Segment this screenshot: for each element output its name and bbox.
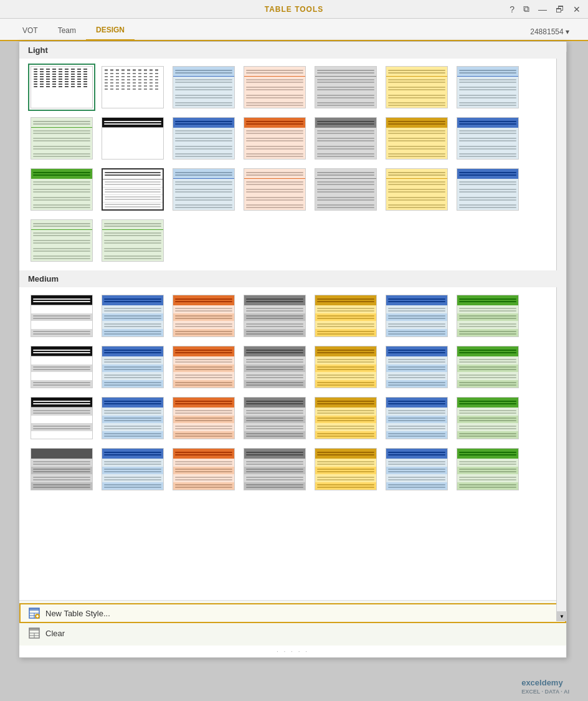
table-style-m12[interactable]: [312, 343, 379, 391]
minimize-icon[interactable]: —: [536, 4, 549, 14]
table-style-m20[interactable]: [383, 394, 450, 442]
table-style-m11[interactable]: [241, 343, 308, 391]
table-style-m19[interactable]: [312, 394, 379, 442]
table-style-m25[interactable]: [241, 446, 308, 493]
table-style-m17[interactable]: [170, 394, 237, 442]
table-style-m15[interactable]: [28, 394, 95, 442]
table-style-l13[interactable]: [383, 115, 450, 162]
table-style-l14[interactable]: [454, 115, 521, 162]
table-style-m7[interactable]: [454, 292, 521, 340]
table-tools-label: TABLE TOOLS: [265, 5, 324, 14]
table-style-m24[interactable]: [170, 446, 237, 493]
medium-section-label: Medium: [19, 270, 566, 287]
table-style-l11[interactable]: [241, 115, 308, 162]
table-style-m5[interactable]: [312, 292, 379, 340]
clear-button[interactable]: Clear: [19, 623, 566, 643]
table-style-l15[interactable]: [28, 166, 95, 213]
table-style-m10[interactable]: [170, 343, 237, 391]
table-style-l20[interactable]: [383, 166, 450, 213]
table-style-l4[interactable]: [241, 64, 308, 111]
light-section-label: Light: [19, 42, 566, 59]
table-style-l1-selected[interactable]: [28, 64, 95, 111]
window-controls[interactable]: ? ⧉ — 🗗 ✕: [507, 4, 583, 14]
table-style-l21[interactable]: [454, 166, 521, 213]
table-style-l6[interactable]: [383, 64, 450, 111]
table-style-l16[interactable]: [99, 166, 166, 213]
table-style-m2[interactable]: [99, 292, 166, 340]
maximize-icon[interactable]: 🗗: [553, 4, 567, 14]
table-style-l23[interactable]: [99, 217, 166, 264]
panel-content: Light Medium: [19, 42, 566, 600]
table-style-l5[interactable]: [312, 64, 379, 111]
light-styles-grid: [28, 64, 557, 264]
new-table-style-button[interactable]: New Table Style...: [19, 603, 566, 623]
table-style-l12[interactable]: [312, 115, 379, 162]
table-style-m8[interactable]: [28, 343, 95, 391]
table-style-m23[interactable]: [99, 446, 166, 493]
ribbon-tab-bar: VOT Team DESIGN 24881554 ▾: [0, 19, 588, 41]
medium-styles-grid: [28, 292, 557, 493]
clear-label: Clear: [45, 629, 65, 638]
table-style-l2[interactable]: [99, 64, 166, 111]
table-style-l22[interactable]: [28, 217, 95, 264]
table-style-l17[interactable]: [170, 166, 237, 213]
table-style-l10[interactable]: [170, 115, 237, 162]
close-icon[interactable]: ✕: [571, 4, 583, 14]
table-style-m16[interactable]: [99, 394, 166, 442]
tab-vot[interactable]: VOT: [12, 22, 48, 40]
table-styles-panel: ▲ ▼ Light Medium: [19, 41, 567, 658]
table-style-m27[interactable]: [383, 446, 450, 493]
table-style-m18[interactable]: [241, 394, 308, 442]
table-style-l9[interactable]: [99, 115, 166, 162]
dots-separator: · · · · ·: [19, 646, 566, 657]
table-style-m4[interactable]: [241, 292, 308, 340]
table-style-m14[interactable]: [454, 343, 521, 391]
table-style-m21[interactable]: [454, 394, 521, 442]
table-style-l18[interactable]: [241, 166, 308, 213]
new-style-icon: [28, 607, 40, 619]
scroll-down-button[interactable]: ▼: [557, 611, 567, 621]
table-style-l3[interactable]: [170, 64, 237, 111]
svg-rect-9: [29, 628, 39, 631]
svg-rect-1: [29, 608, 39, 611]
table-style-l7[interactable]: [454, 64, 521, 111]
table-style-m3[interactable]: [170, 292, 237, 340]
table-style-m13[interactable]: [383, 343, 450, 391]
table-style-m1[interactable]: [28, 292, 95, 340]
table-style-m22[interactable]: [28, 446, 95, 493]
title-bar: TABLE TOOLS ? ⧉ — 🗗 ✕: [0, 0, 588, 19]
table-style-l19[interactable]: [312, 166, 379, 213]
tab-design[interactable]: DESIGN: [86, 22, 135, 41]
table-style-l8[interactable]: [28, 115, 95, 162]
help-icon[interactable]: ?: [507, 4, 517, 14]
restore-icon[interactable]: ⧉: [521, 4, 532, 14]
panel-footer: New Table Style... Clear: [19, 600, 566, 646]
watermark: exceldemy EXCEL · DATA · AI: [521, 678, 569, 695]
table-style-m28[interactable]: [454, 446, 521, 493]
table-style-m6[interactable]: [383, 292, 450, 340]
tab-team[interactable]: Team: [48, 22, 86, 40]
table-style-m9[interactable]: [99, 343, 166, 391]
clear-icon: [28, 627, 40, 639]
new-style-label: New Table Style...: [45, 609, 110, 618]
user-info[interactable]: 24881554 ▾: [530, 27, 569, 36]
table-style-m26[interactable]: [312, 446, 379, 493]
